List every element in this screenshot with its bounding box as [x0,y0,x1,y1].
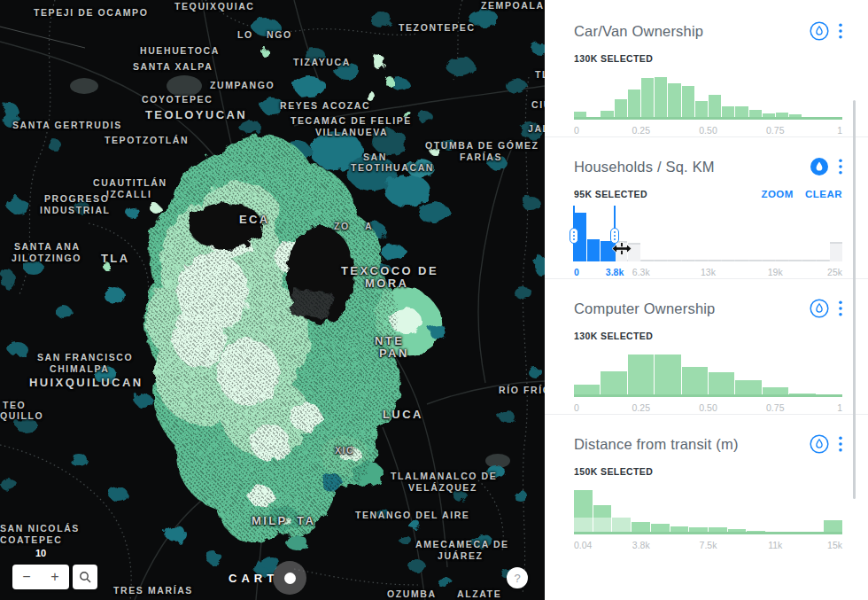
brush-handle-right-grip[interactable] [610,228,619,244]
histogram-bar[interactable] [817,396,842,397]
histogram-chart [574,213,842,261]
histogram-bar[interactable] [830,119,842,120]
histogram-bar[interactable] [695,101,708,120]
histogram-bar[interactable] [668,83,680,120]
histogram-bar[interactable] [601,371,626,397]
histogram-bar[interactable] [655,355,680,397]
tick-label: 25k [827,267,842,277]
histogram-bar[interactable] [747,531,765,534]
chart-tick-labels: 00.250.500.751 [574,402,842,414]
histogram-bar[interactable] [749,110,762,120]
histogram-bar[interactable] [587,118,600,120]
widget-menu-icon[interactable] [839,436,842,452]
widgets-sidebar: Car/Van Ownership130K SELECTED00.250.500… [545,0,868,600]
histogram-bar[interactable] [776,260,788,261]
histogram-bar[interactable] [722,260,734,261]
style-by-value-icon[interactable] [810,21,829,41]
histogram-bar[interactable] [695,260,708,261]
histogram-bar[interactable] [628,355,654,397]
histogram-bar[interactable] [670,526,689,535]
histogram-bar[interactable] [612,518,631,534]
style-by-value-icon[interactable] [810,299,829,318]
help-button[interactable]: ? [507,567,528,588]
histogram-bar[interactable] [593,505,612,535]
style-by-value-icon-active[interactable] [810,157,829,176]
chart-tick-labels: 03.8k6.3k13k19k25k [574,267,842,278]
carto-attribution[interactable]: CART [229,561,306,595]
histogram-bar[interactable] [786,533,804,534]
histogram-bar[interactable] [628,90,640,120]
zoom-level-indicator: 10 [35,548,46,558]
style-by-value-icon[interactable] [810,434,829,454]
histogram-bar[interactable] [668,260,680,261]
brush-handle-left[interactable] [573,206,575,261]
histogram-bar[interactable] [789,114,802,120]
histogram-bar[interactable] [766,533,785,534]
tick-label: 13k [701,267,716,277]
histogram-bar[interactable] [641,260,654,261]
search-button[interactable] [73,565,97,589]
histogram-bar[interactable] [789,260,802,261]
histogram-bar[interactable] [802,117,815,120]
histogram-bar[interactable] [689,527,708,534]
histogram-bar[interactable] [735,260,748,261]
selected-count: 95K SELECTED [574,189,647,199]
widget-car-van-ownership: Car/Van Ownership130K SELECTED00.250.500… [545,0,868,136]
tick-label: 15k [827,540,842,550]
histogram-bar[interactable] [763,387,788,397]
histogram-bar[interactable] [789,394,815,397]
histogram-bar[interactable] [709,372,734,397]
tick-label: 0.50 [699,125,717,136]
histogram-bar[interactable] [709,95,721,120]
histogram-bar[interactable] [574,112,586,120]
histogram-bar[interactable] [805,533,824,535]
histogram-bar[interactable] [615,241,627,261]
histogram-bar[interactable] [628,243,640,261]
histogram-bar[interactable] [655,260,667,261]
map-canvas[interactable]: TEPEJI DE OCAMPOTEQUIXQUIACZEMPOALATEZON… [0,0,545,600]
tick-label: 6.3k [632,267,650,277]
histogram-bar[interactable] [632,522,650,535]
zoom-in-button[interactable]: + [41,565,69,589]
sidebar-scrollbar[interactable] [853,100,856,499]
histogram-bar[interactable] [709,527,727,534]
widget-computer-ownership: Computer Ownership130K SELECTED00.250.50… [545,278,868,414]
histogram-bar[interactable] [574,385,600,397]
zoom-link[interactable]: ZOOM [761,189,794,199]
histogram-bar[interactable] [817,260,829,261]
histogram-bar[interactable] [722,106,734,120]
histogram-bar[interactable] [776,113,788,120]
histogram-bar[interactable] [728,529,747,534]
carto-logo-text: CART [229,572,278,585]
histogram-bar[interactable] [735,106,748,120]
zoom-out-button[interactable]: − [12,565,41,589]
histogram-bar[interactable] [763,260,775,261]
histogram-bar[interactable] [709,260,721,261]
histogram-bar[interactable] [735,380,761,397]
histogram-bar[interactable] [802,260,815,261]
histogram-bar[interactable] [817,119,829,120]
histogram-bar[interactable] [655,77,667,120]
histogram-bar[interactable] [601,241,613,261]
widget-menu-icon[interactable] [839,159,842,175]
histogram-bar[interactable] [682,367,708,397]
histogram-bar[interactable] [587,239,600,261]
brush-handle-left-grip[interactable] [570,228,578,244]
clear-link[interactable]: CLEAR [805,189,842,199]
histogram-bar[interactable] [601,111,613,120]
widget-menu-icon[interactable] [839,300,842,316]
tick-label: 0.25 [632,402,650,413]
histogram-bar[interactable] [651,524,670,534]
histogram-bar[interactable] [824,520,842,535]
histogram-bar[interactable] [682,86,694,120]
histogram-bar[interactable] [574,490,593,534]
tick-label: 3.8k [632,540,650,550]
histogram-bar[interactable] [749,260,762,261]
histogram-bar[interactable] [682,260,694,261]
histogram-bar[interactable] [615,99,627,120]
widget-menu-icon[interactable] [839,23,842,39]
brush-handle-right[interactable] [614,206,616,261]
histogram-bar[interactable] [763,113,775,120]
histogram-bar[interactable] [830,242,842,261]
histogram-bar[interactable] [641,78,654,120]
